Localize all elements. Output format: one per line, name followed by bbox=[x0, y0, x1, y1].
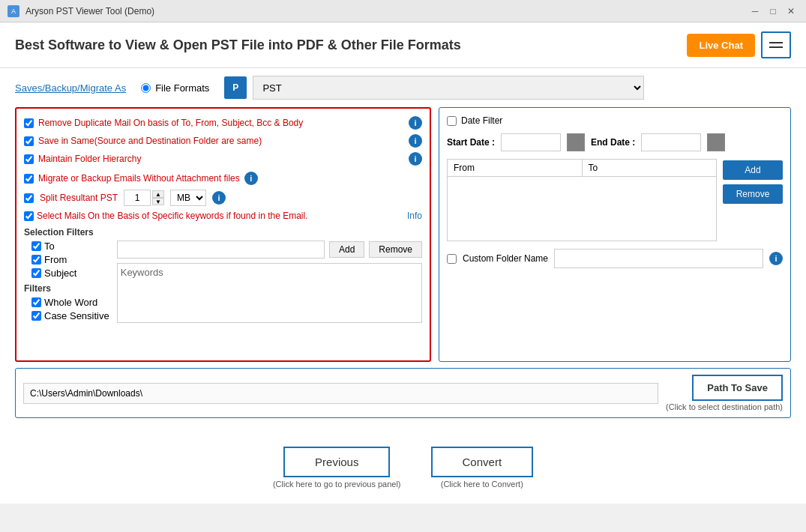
keyword-info-link[interactable]: Info bbox=[407, 211, 422, 221]
keyword-remove-button[interactable]: Remove bbox=[369, 241, 422, 258]
maintain-folder-row: Maintain Folder Hierarchy i bbox=[24, 152, 422, 166]
custom-folder-info-icon[interactable]: i bbox=[769, 252, 783, 265]
filters-sublabel: Filters bbox=[24, 283, 109, 294]
convert-btn-wrap: Convert (Click here to Convert) bbox=[431, 447, 534, 489]
date-remove-button[interactable]: Remove bbox=[723, 184, 783, 204]
whole-word-checkbox[interactable] bbox=[31, 297, 41, 307]
split-label: Split Resultant PST bbox=[40, 193, 118, 203]
split-row: Split Resultant PST ▲ ▼ MB GB i bbox=[24, 190, 422, 206]
whole-word-label: Whole Word bbox=[44, 297, 97, 308]
filter-from-row: From bbox=[31, 254, 109, 265]
previous-button[interactable]: Previous bbox=[283, 447, 390, 477]
filters-and-input: To From Subject Filters bbox=[24, 241, 422, 326]
to-col-header: To bbox=[583, 160, 717, 176]
attachment-label: Migrate or Backup Emails Without Attachm… bbox=[38, 173, 240, 184]
maintain-folder-info-icon[interactable]: i bbox=[409, 152, 422, 166]
path-to-save-button[interactable]: Path To Save bbox=[692, 375, 783, 401]
filter-from-label: From bbox=[44, 254, 67, 265]
selection-filters-label: Selection Filters bbox=[24, 227, 422, 238]
maximize-button[interactable]: □ bbox=[766, 4, 781, 19]
date-add-button[interactable]: Add bbox=[723, 160, 783, 180]
end-date-label: End Date : bbox=[591, 137, 635, 148]
saves-backup-tab[interactable]: Saves/Backup/Migrate As bbox=[15, 82, 126, 94]
menu-button[interactable] bbox=[761, 31, 791, 58]
custom-folder-input[interactable] bbox=[554, 249, 763, 268]
attachment-info-icon[interactable]: i bbox=[244, 172, 258, 185]
keyword-row: Select Mails On the Basis of Specific ke… bbox=[24, 211, 422, 221]
maintain-folder-label: Maintain Folder Hierarchy bbox=[38, 154, 404, 164]
filter-subject-row: Subject bbox=[31, 267, 109, 279]
from-col-header: From bbox=[448, 160, 583, 176]
date-section: Start Date : End Date : bbox=[447, 133, 783, 151]
app-icon: A bbox=[7, 5, 19, 17]
date-action-buttons: Add Remove bbox=[723, 159, 783, 241]
split-unit-select[interactable]: MB GB bbox=[170, 190, 206, 206]
previous-btn-wrap: Previous (Click here to go to previous p… bbox=[273, 447, 401, 489]
format-icon: P bbox=[224, 76, 247, 99]
custom-folder-row: Custom Folder Name i bbox=[447, 249, 783, 268]
date-filter-label: Date Filter bbox=[461, 115, 502, 126]
end-date-picker-btn[interactable] bbox=[707, 133, 725, 151]
keyword-checkbox[interactable] bbox=[24, 211, 34, 221]
attachment-checkbox[interactable] bbox=[24, 174, 34, 184]
filter-subject-checkbox[interactable] bbox=[31, 268, 41, 278]
keyword-add-button[interactable]: Add bbox=[329, 241, 364, 258]
end-date-input[interactable] bbox=[641, 133, 701, 151]
path-btn-wrap: Path To Save (Click to select destinatio… bbox=[666, 375, 783, 411]
start-date-picker-btn[interactable] bbox=[567, 133, 585, 151]
filter-from-checkbox[interactable] bbox=[31, 255, 41, 265]
left-panel: Remove Duplicate Mail On basis of To, Fr… bbox=[15, 107, 431, 362]
path-input[interactable]: C:\Users\Admin\Downloads\ bbox=[23, 383, 658, 404]
date-from-to-header: From To bbox=[448, 160, 716, 177]
remove-dup-info-icon[interactable]: i bbox=[409, 116, 422, 130]
split-number-wrap bbox=[124, 190, 151, 206]
close-button[interactable]: ✕ bbox=[784, 4, 799, 19]
title-bar: A Aryson PST Viewer Tool (Demo) ─ □ ✕ bbox=[0, 0, 806, 22]
tab-row: Saves/Backup/Migrate As File Formats P P… bbox=[15, 76, 791, 100]
format-select[interactable]: PST PDF MSG EML HTML MBOX bbox=[253, 76, 644, 100]
save-same-label: Save in Same(Source and Destination Fold… bbox=[38, 136, 404, 146]
filter-to-label: To bbox=[44, 241, 55, 252]
case-sensitive-checkbox[interactable] bbox=[31, 311, 41, 321]
save-same-row: Save in Same(Source and Destination Fold… bbox=[24, 134, 422, 148]
remove-dup-label: Remove Duplicate Mail On basis of To, Fr… bbox=[38, 118, 404, 128]
sub-filter-checkboxes: Whole Word Case Sensitive bbox=[31, 297, 109, 321]
header-right: Live Chat bbox=[687, 31, 791, 58]
date-filter-checkbox[interactable] bbox=[447, 116, 457, 126]
spin-down-btn[interactable]: ▼ bbox=[152, 198, 164, 205]
title-bar-title: Aryson PST Viewer Tool (Demo) bbox=[25, 6, 154, 16]
date-grid-area: From To Add Remove bbox=[447, 159, 783, 241]
custom-folder-checkbox[interactable] bbox=[447, 254, 457, 264]
header: Best Software to View & Open PST File in… bbox=[0, 22, 806, 68]
split-checkbox[interactable] bbox=[24, 193, 34, 203]
attachment-row: Migrate or Backup Emails Without Attachm… bbox=[24, 172, 422, 185]
right-panel: Date Filter Start Date : End Date : From… bbox=[439, 107, 791, 362]
split-info-icon[interactable]: i bbox=[212, 191, 226, 205]
maintain-folder-checkbox[interactable] bbox=[24, 154, 34, 164]
live-chat-button[interactable]: Live Chat bbox=[687, 34, 755, 57]
save-same-info-icon[interactable]: i bbox=[409, 134, 422, 148]
path-section: C:\Users\Admin\Downloads\ Path To Save (… bbox=[15, 368, 791, 418]
file-formats-radio[interactable] bbox=[141, 83, 151, 93]
filter-to-checkbox[interactable] bbox=[31, 241, 41, 251]
save-same-checkbox[interactable] bbox=[24, 136, 34, 146]
split-value-input[interactable] bbox=[124, 190, 151, 206]
convert-button[interactable]: Convert bbox=[431, 447, 534, 477]
minimize-button[interactable]: ─ bbox=[748, 4, 763, 19]
keyword-placeholder-text: Keywords bbox=[121, 267, 163, 278]
remove-dup-checkbox[interactable] bbox=[24, 118, 34, 128]
split-spinners: ▲ ▼ bbox=[152, 190, 164, 205]
panels-row: Remove Duplicate Mail On basis of To, Fr… bbox=[15, 107, 791, 362]
title-bar-controls: ─ □ ✕ bbox=[748, 4, 799, 19]
keyword-input[interactable] bbox=[117, 241, 325, 259]
bottom-section: Previous (Click here to go to previous p… bbox=[0, 432, 806, 504]
filter-checks-col: To From Subject Filters bbox=[24, 241, 109, 326]
filter-to-row: To bbox=[31, 241, 109, 252]
start-date-input[interactable] bbox=[501, 133, 561, 151]
selection-filter-checkboxes: To From Subject bbox=[31, 241, 109, 279]
keyword-input-area: Add Remove Keywords bbox=[117, 241, 422, 326]
menu-line-2 bbox=[769, 46, 783, 48]
spin-up-btn[interactable]: ▲ bbox=[152, 190, 164, 198]
date-from-to-box: From To bbox=[447, 159, 717, 241]
path-hint: (Click to select destination path) bbox=[666, 402, 783, 411]
